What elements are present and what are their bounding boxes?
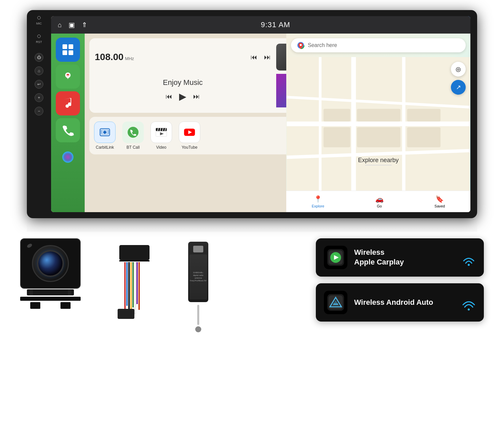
dongle-sma-connector [195, 326, 201, 332]
svg-rect-35 [357, 127, 400, 147]
connector-block [119, 245, 150, 260]
divider [365, 165, 392, 165]
dock-carbitlink[interactable]: CarbitLink [94, 122, 116, 150]
svg-point-41 [468, 264, 470, 266]
window-icon[interactable]: ▣ [69, 21, 75, 29]
app-icon-music[interactable] [56, 91, 80, 115]
mic-label: MIC [36, 22, 42, 25]
camera-lens [37, 250, 64, 277]
rst-dot [37, 35, 41, 38]
svg-rect-36 [407, 127, 441, 147]
rst-label: RST [36, 41, 42, 44]
maps-tab-go[interactable]: 🚗 Go [375, 195, 384, 208]
dongle-line3: antenna [190, 277, 207, 280]
android-auto-card: Wireless Android Auto [316, 283, 484, 322]
maps-map-area: ◎ ↗ Explore nearby [286, 57, 470, 191]
wiring-harness [114, 245, 155, 319]
dongle-label-area: DAB/DAB+ digital radio antenna Freq:Pro/… [190, 254, 207, 299]
svg-point-8 [62, 151, 73, 162]
app-dock: CarbitLink BT Call [89, 117, 315, 154]
freq-number: 108.00 [95, 52, 124, 62]
dock-youtube[interactable]: YouTube [179, 122, 200, 150]
explore-label: Explore [312, 204, 324, 208]
app-icon-phone[interactable] [56, 118, 80, 142]
svg-rect-34 [324, 127, 350, 147]
app-icon-circle[interactable] [56, 145, 80, 169]
camera-bracket-bottom [20, 297, 81, 301]
prev-track-button[interactable]: ⏮ [251, 53, 257, 61]
wireless-cards: WirelessApple Carplay Wireless Android A [316, 228, 484, 322]
vol-down-button[interactable]: − [35, 107, 43, 115]
carplay-icon [327, 249, 344, 266]
camera-outer-ring [32, 245, 69, 282]
back-button[interactable]: ↩ [35, 80, 43, 89]
svg-point-11 [128, 127, 138, 138]
camera-body [20, 238, 81, 289]
next-button-2[interactable]: ⏭ [193, 93, 200, 100]
navigate-button[interactable]: ↗ [451, 80, 466, 95]
app-sidebar [51, 34, 85, 212]
play-button[interactable]: ▶ [179, 91, 186, 102]
vol-up-button[interactable]: + [35, 93, 43, 102]
maps-bottom-bar: 📍 Explore 🚗 Go 🔖 Saved [286, 191, 470, 212]
wiring-body [114, 245, 155, 319]
power-button[interactable]: ⏻ [35, 53, 43, 62]
maps-search-bar[interactable]: Search here [291, 38, 466, 52]
maps-search-text: Search here [308, 42, 337, 48]
app-icon-maps[interactable] [56, 64, 80, 89]
svg-marker-6 [65, 75, 71, 79]
explore-icon: 📍 [314, 195, 322, 203]
maps-panel: Search here [286, 34, 470, 212]
maps-fab-buttons: ◎ ↗ [451, 62, 466, 95]
carplay-icon-container [324, 246, 347, 269]
dongle-line1: DAB/DAB+ [190, 272, 207, 274]
dongle-antenna [197, 305, 199, 325]
youtube-label: YouTube [181, 145, 197, 150]
home-icon[interactable]: ⌂ [58, 21, 62, 29]
usb-connector [193, 246, 203, 252]
carplay-card: WirelessApple Carplay [316, 238, 484, 277]
saved-label: Saved [434, 204, 445, 208]
prev-button-2[interactable]: ⏮ [166, 93, 172, 100]
camera-feet [30, 302, 71, 309]
saved-icon: 🔖 [435, 195, 444, 203]
head-unit: MIC RST ⏻ ⌂ ↩ + − ⌂ ▣ ⇑ 9:31 AM [27, 10, 477, 218]
google-maps-icon [297, 42, 304, 49]
btcall-label: BT Call [126, 145, 139, 150]
screen: ⌂ ▣ ⇑ 9:31 AM 4 GB 8 cord 64GB [51, 16, 470, 212]
frequency-display: 108.00 MHz [95, 52, 245, 62]
btcall-icon [122, 122, 144, 143]
dongle-text: DAB/DAB+ digital radio antenna Freq:Pro/… [190, 272, 207, 282]
dock-video[interactable]: Video [151, 122, 172, 150]
go-icon: 🚗 [375, 195, 384, 203]
svg-rect-0 [62, 44, 67, 49]
explore-nearby-label: Explore nearby [358, 157, 398, 164]
freq-unit: MHz [125, 56, 134, 61]
maps-tab-saved[interactable]: 🔖 Saved [434, 195, 445, 208]
location-button[interactable]: ◎ [451, 62, 466, 77]
svg-rect-31 [357, 109, 400, 122]
maps-tab-explore[interactable]: 📍 Explore [312, 195, 324, 208]
app-icon-grid[interactable] [56, 38, 80, 62]
wifi-icon-carplay [460, 249, 477, 266]
wifi-waves-android [460, 294, 477, 311]
dongle-body: DAB/DAB+ digital radio antenna Freq:Pro/… [188, 242, 208, 302]
svg-rect-2 [62, 50, 67, 55]
android-auto-text: Wireless Android Auto [354, 298, 433, 307]
carbitlink-icon [94, 122, 116, 143]
time-display: 9:31 AM [87, 20, 464, 29]
svg-rect-32 [407, 109, 441, 122]
next-track-button[interactable]: ⏭ [264, 53, 271, 61]
main-content: 108.00 MHz ⏮ ⏭ 🎧 Enjoy Music [85, 34, 320, 212]
dab-dongle: DAB/DAB+ digital radio antenna Freq:Pro/… [188, 242, 208, 332]
dongle-line2: digital radio [190, 274, 207, 277]
svg-point-7 [66, 104, 69, 108]
wifi-icon-android [460, 294, 477, 311]
svg-rect-3 [69, 50, 73, 55]
side-strip: MIC RST ⏻ ⌂ ↩ + − [27, 10, 51, 218]
carplay-text: WirelessApple Carplay [354, 248, 404, 267]
home-button[interactable]: ⌂ [35, 66, 43, 75]
dock-btcall[interactable]: BT Call [122, 122, 144, 150]
video-icon [151, 122, 172, 143]
up-arrows-icon[interactable]: ⇑ [82, 21, 87, 29]
